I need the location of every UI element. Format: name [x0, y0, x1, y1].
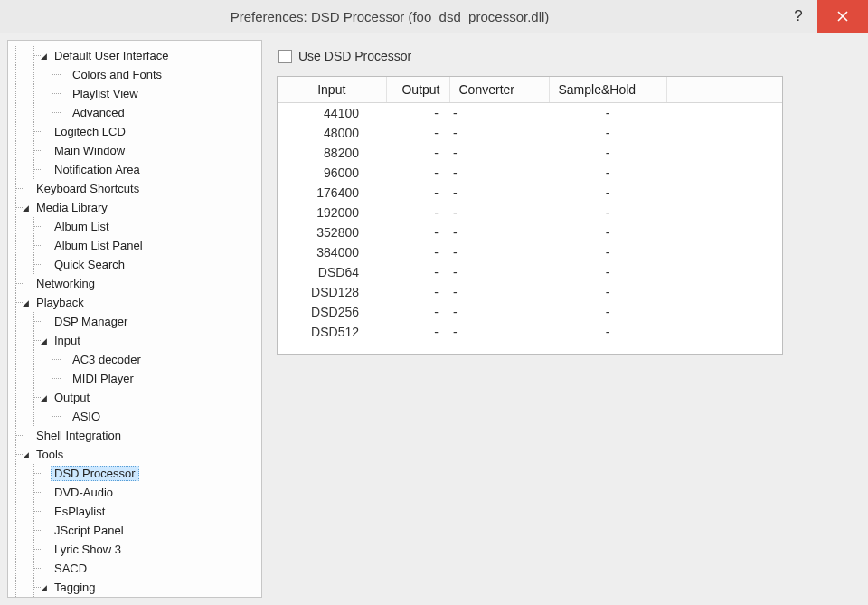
cell-spacer	[666, 143, 782, 163]
preferences-tree[interactable]: ◢Default User InterfaceColors and FontsP…	[7, 40, 262, 598]
close-button[interactable]	[817, 0, 868, 33]
cell-input: 88200	[278, 143, 386, 163]
cell-output: -	[386, 163, 449, 183]
tree-item-label: Networking	[33, 276, 99, 291]
cell-converter: -	[449, 242, 549, 262]
cell-input: 96000	[278, 163, 386, 183]
table-row[interactable]: DSD512---	[278, 322, 782, 342]
cell-input: DSD64	[278, 262, 386, 282]
tree-item[interactable]: ASIO	[8, 407, 261, 426]
tree-item[interactable]: DSD Processor	[8, 464, 261, 483]
tree-item-label: Input	[51, 333, 84, 348]
cell-output: -	[386, 242, 449, 262]
tree-item-label: Advanced	[69, 105, 128, 120]
header-converter[interactable]: Converter	[449, 77, 549, 103]
tree-item-label: Quick Search	[51, 257, 128, 272]
table-row[interactable]: DSD256---	[278, 302, 782, 322]
table-row[interactable]: 352800---	[278, 222, 782, 242]
cell-converter: -	[449, 282, 549, 302]
table-row[interactable]: DSD64---	[278, 262, 782, 282]
cell-sample-hold: -	[549, 322, 666, 342]
tree-item-label: Colors and Fonts	[69, 67, 165, 82]
tree-item[interactable]: Advanced	[8, 103, 261, 122]
tree-item[interactable]: ◢Tagging	[8, 578, 261, 597]
cell-sample-hold: -	[549, 262, 666, 282]
cell-sample-hold: -	[549, 143, 666, 163]
tree-item[interactable]: ◢Default User Interface	[8, 46, 261, 65]
cell-spacer	[666, 123, 782, 143]
cell-input: 192000	[278, 203, 386, 222]
cell-sample-hold: -	[549, 282, 666, 302]
tree-item-label: SACD	[51, 561, 90, 576]
tree-item[interactable]: EsPlaylist	[8, 502, 261, 521]
titlebar: Preferences: DSD Processor (foo_dsd_proc…	[0, 0, 868, 33]
header-sample-hold[interactable]: Sample&Hold	[549, 77, 666, 103]
cell-input: 384000	[278, 242, 386, 262]
tree-item[interactable]: Notification Area	[8, 160, 261, 179]
cell-spacer	[666, 302, 782, 322]
cell-spacer	[666, 282, 782, 302]
cell-spacer	[666, 203, 782, 222]
tree-item[interactable]: Playlist View	[8, 84, 261, 103]
dsd-table: Input Output Converter Sample&Hold 44100…	[278, 77, 782, 342]
tree-item[interactable]: JScript Panel	[8, 521, 261, 540]
cell-converter: -	[449, 302, 549, 322]
tree-item[interactable]: MIDI Player	[8, 369, 261, 388]
tree-item[interactable]: ◢Output	[8, 388, 261, 407]
tree-item[interactable]: Keyboard Shortcuts	[8, 179, 261, 198]
table-row[interactable]: 96000---	[278, 163, 782, 183]
tree-item[interactable]: Colors and Fonts	[8, 65, 261, 84]
cell-output: -	[386, 262, 449, 282]
cell-output: -	[386, 222, 449, 242]
table-row[interactable]: 384000---	[278, 242, 782, 262]
tree-item-label: Album List Panel	[51, 238, 146, 253]
table-row[interactable]: 88200---	[278, 143, 782, 163]
cell-sample-hold: -	[549, 222, 666, 242]
tree-item[interactable]: Album List	[8, 217, 261, 236]
table-row[interactable]: 192000---	[278, 203, 782, 222]
cell-converter: -	[449, 322, 549, 342]
table-row[interactable]: 48000---	[278, 123, 782, 143]
dsd-table-frame: Input Output Converter Sample&Hold 44100…	[277, 76, 783, 355]
tree-item[interactable]: Shell Integration	[8, 426, 261, 445]
cell-sample-hold: -	[549, 163, 666, 183]
cell-spacer	[666, 183, 782, 203]
tree-item[interactable]: AC3 decoder	[8, 350, 261, 369]
cell-spacer	[666, 222, 782, 242]
tree-item[interactable]: Main Window	[8, 141, 261, 160]
tree-item[interactable]: Logitech LCD	[8, 122, 261, 141]
tree-item[interactable]: ◢Playback	[8, 293, 261, 312]
tree-item[interactable]: SACD	[8, 559, 261, 578]
tree-item-label: Playback	[33, 295, 88, 310]
cell-spacer	[666, 322, 782, 342]
header-output[interactable]: Output	[386, 77, 449, 103]
help-button[interactable]: ?	[779, 0, 817, 33]
close-icon	[836, 10, 849, 23]
cell-output: -	[386, 183, 449, 203]
table-row[interactable]: 44100---	[278, 103, 782, 123]
use-dsd-processor-checkbox[interactable]	[278, 50, 292, 63]
tree-item[interactable]: DSP Manager	[8, 312, 261, 331]
cell-sample-hold: -	[549, 123, 666, 143]
tree-item[interactable]: Quick Search	[8, 255, 261, 274]
tree-item[interactable]: freedb Tagger	[8, 597, 261, 598]
cell-output: -	[386, 322, 449, 342]
tree-item[interactable]: ◢Media Library	[8, 198, 261, 217]
use-dsd-processor-row[interactable]: Use DSD Processor	[278, 49, 844, 63]
content-area: ◢Default User InterfaceColors and FontsP…	[0, 33, 868, 605]
header-input[interactable]: Input	[278, 77, 386, 103]
settings-panel: Use DSD Processor Input Output Converter…	[271, 40, 861, 598]
tree-item[interactable]: Networking	[8, 274, 261, 293]
tree-item[interactable]: Lyric Show 3	[8, 540, 261, 559]
tree-item[interactable]: Album List Panel	[8, 236, 261, 255]
cell-converter: -	[449, 203, 549, 222]
tree-item-label: AC3 decoder	[69, 352, 145, 367]
tree-item-label: Album List	[51, 219, 113, 234]
table-row[interactable]: DSD128---	[278, 282, 782, 302]
tree-item[interactable]: DVD-Audio	[8, 483, 261, 502]
tree-item[interactable]: ◢Tools	[8, 445, 261, 464]
tree-item[interactable]: ◢Input	[8, 331, 261, 350]
tree-item-label: Media Library	[33, 200, 111, 215]
cell-input: 176400	[278, 183, 386, 203]
table-row[interactable]: 176400---	[278, 183, 782, 203]
